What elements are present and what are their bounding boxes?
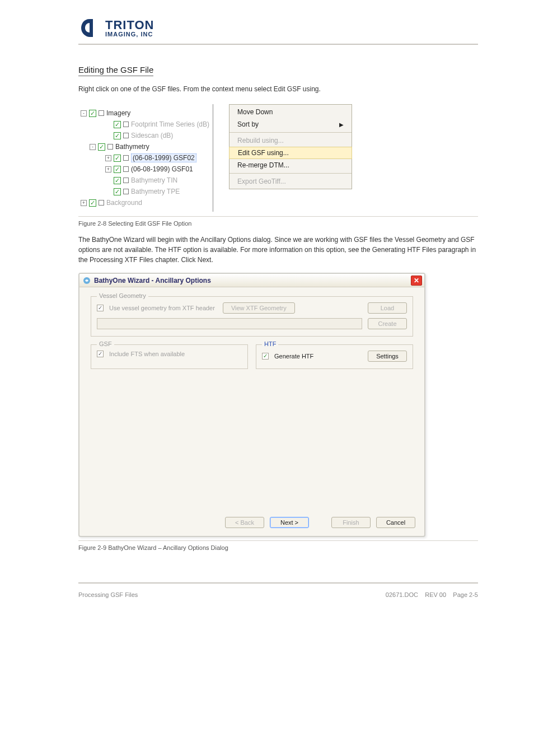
dialog-title-icon xyxy=(83,277,91,284)
footer-rule xyxy=(78,582,478,584)
close-icon: ✕ xyxy=(414,277,419,284)
htf-legend: HTF xyxy=(262,340,278,347)
layer-visibility-checkbox[interactable]: ✓ xyxy=(114,121,121,128)
vessel-xtf-label: Use vessel geometry from XTF header xyxy=(109,305,215,311)
layer-swatch-icon xyxy=(123,178,129,183)
tree-item-label: Bathymetry xyxy=(115,143,149,151)
expand-icon[interactable]: + xyxy=(105,155,111,161)
include-fts-label: Include FTS when available xyxy=(109,351,185,357)
layer-visibility-checkbox[interactable]: ✓ xyxy=(98,143,105,151)
expand-icon[interactable]: + xyxy=(81,200,87,206)
layer-visibility-checkbox[interactable]: ✓ xyxy=(114,188,121,195)
tree-item-label: Bathymetry TIN xyxy=(131,176,177,184)
back-button: < Back xyxy=(225,517,264,528)
dialog-body: Vessel Geometry ✓ Use vessel geometry fr… xyxy=(79,287,424,511)
tree-item[interactable]: ✓Bathymetry TIN xyxy=(81,175,209,186)
tree-item-label: Sidescan (dB) xyxy=(131,132,173,139)
layer-visibility-checkbox[interactable]: ✓ xyxy=(89,199,96,207)
tree-item-label: Background xyxy=(106,199,142,207)
vessel-xtf-checkbox: ✓ xyxy=(97,305,104,311)
menu-item-label: Export GeoTiff... xyxy=(237,178,286,185)
logo-line1: TRITON xyxy=(105,19,154,31)
tree-item[interactable]: -✓Bathymetry xyxy=(81,141,209,152)
footer-docid: 02671.DOC xyxy=(386,591,418,598)
finish-button: Finish xyxy=(331,517,371,528)
layer-swatch-icon xyxy=(99,110,104,116)
tree-item-label: Imagery xyxy=(106,109,130,117)
page-footer: Processing GSF Files 02671.DOC REV 00 Pa… xyxy=(78,589,478,598)
menu-item: Rebuild using... xyxy=(229,134,352,147)
expand-icon[interactable]: + xyxy=(105,166,111,172)
menu-item[interactable]: Sort by▶ xyxy=(229,118,352,130)
tree-item[interactable]: ✓Footprint Time Series (dB) xyxy=(81,119,209,130)
tree-item[interactable]: +✓(06-08-1999) GSF01 xyxy=(81,164,209,175)
logo-line2: IMAGING, INC xyxy=(105,31,154,38)
gsf-group: GSF ✓ Include FTS when available xyxy=(91,344,248,369)
layer-visibility-checkbox[interactable]: ✓ xyxy=(114,166,121,173)
layer-visibility-checkbox[interactable]: ✓ xyxy=(114,155,121,162)
tree-item[interactable]: +✓Background xyxy=(81,197,209,208)
cancel-button[interactable]: Cancel xyxy=(376,517,415,528)
header-logo: TRITON IMAGING, INC xyxy=(78,17,478,39)
spacer-icon xyxy=(105,133,111,139)
triton-logo-icon xyxy=(78,17,101,39)
bathyone-wizard-dialog: BathyOne Wizard - Ancillary Options ✕ Ve… xyxy=(78,273,425,537)
figure-2-caption: Figure 2-9 BathyOne Wizard – Ancillary O… xyxy=(78,544,478,551)
layer-swatch-icon xyxy=(123,189,129,194)
footer-rev: REV 00 xyxy=(425,591,446,598)
dialog-titlebar[interactable]: BathyOne Wizard - Ancillary Options ✕ xyxy=(79,274,424,287)
tree-item[interactable]: ✓Bathymetry TPE xyxy=(81,186,209,197)
context-menu[interactable]: Move DownSort by▶Rebuild using...Edit GS… xyxy=(229,104,352,189)
generate-htf-label: Generate HTF xyxy=(274,353,313,360)
tree-item-label: (06-08-1999) GSF02 xyxy=(131,153,196,162)
close-button[interactable]: ✕ xyxy=(411,276,422,286)
menu-item: Export GeoTiff... xyxy=(229,175,352,188)
submenu-arrow-icon: ▶ xyxy=(339,122,344,128)
collapse-icon[interactable]: - xyxy=(81,110,87,116)
tree-item-label: Bathymetry TPE xyxy=(131,188,180,195)
tree-item[interactable]: ✓Sidescan (dB) xyxy=(81,130,209,141)
htf-settings-button[interactable]: Settings xyxy=(368,351,407,362)
collapse-icon[interactable]: - xyxy=(90,144,96,150)
layer-swatch-icon xyxy=(123,133,129,138)
generate-htf-checkbox[interactable]: ✓ xyxy=(262,353,269,360)
tree-item[interactable]: -✓Imagery xyxy=(81,108,209,119)
view-xtf-geometry-button: View XTF Geometry xyxy=(223,302,295,314)
gsf-legend: GSF xyxy=(97,340,114,347)
layer-visibility-checkbox[interactable]: ✓ xyxy=(114,132,121,139)
menu-separator xyxy=(229,173,352,174)
include-fts-checkbox: ✓ xyxy=(97,351,104,357)
footer-page: Page 2-5 xyxy=(453,591,478,598)
menu-item-label: Re-merge DTM... xyxy=(237,161,289,169)
layer-visibility-checkbox[interactable]: ✓ xyxy=(89,110,96,117)
vessel-geometry-group: Vessel Geometry ✓ Use vessel geometry fr… xyxy=(91,296,413,337)
load-button: Load xyxy=(368,302,407,314)
htf-group: HTF ✓ Generate HTF Settings xyxy=(256,344,413,369)
tree-item-label: (06-08-1999) GSF01 xyxy=(131,165,193,173)
menu-item[interactable]: Move Down xyxy=(229,106,352,118)
mid-paragraph: The BathyOne Wizard will begin with the … xyxy=(78,235,478,265)
layer-visibility-checkbox[interactable]: ✓ xyxy=(114,177,121,184)
next-button[interactable]: Next > xyxy=(270,517,309,528)
menu-item-label: Rebuild using... xyxy=(237,137,284,144)
svg-rect-0 xyxy=(90,19,93,37)
figure-2-rule xyxy=(78,540,478,541)
footer-left: Processing GSF Files xyxy=(78,591,138,598)
section-title: Editing the GSF File xyxy=(78,65,153,76)
vessel-geometry-path-field xyxy=(97,318,362,329)
menu-item-label: Sort by xyxy=(237,120,259,128)
layer-swatch-icon xyxy=(99,200,104,206)
page-root: TRITON IMAGING, INC Editing the GSF File… xyxy=(0,0,534,620)
menu-item[interactable]: Edit GSF using... xyxy=(229,147,352,159)
spacer-icon xyxy=(105,122,111,128)
vessel-geometry-legend: Vessel Geometry xyxy=(97,292,148,299)
figure-1-rule xyxy=(78,216,478,217)
dialog-title-text: BathyOne Wizard - Ancillary Options xyxy=(94,277,211,284)
menu-item[interactable]: Re-merge DTM... xyxy=(229,159,352,171)
figure-1: -✓Imagery✓Footprint Time Series (dB)✓Sid… xyxy=(78,104,478,212)
tree-item[interactable]: +✓(06-08-1999) GSF02 xyxy=(81,152,209,164)
intro-paragraph: Right click on one of the GSF files. Fro… xyxy=(78,84,478,94)
layer-tree[interactable]: -✓Imagery✓Footprint Time Series (dB)✓Sid… xyxy=(78,104,213,212)
layer-swatch-icon xyxy=(123,166,129,172)
spacer-icon xyxy=(105,178,111,184)
